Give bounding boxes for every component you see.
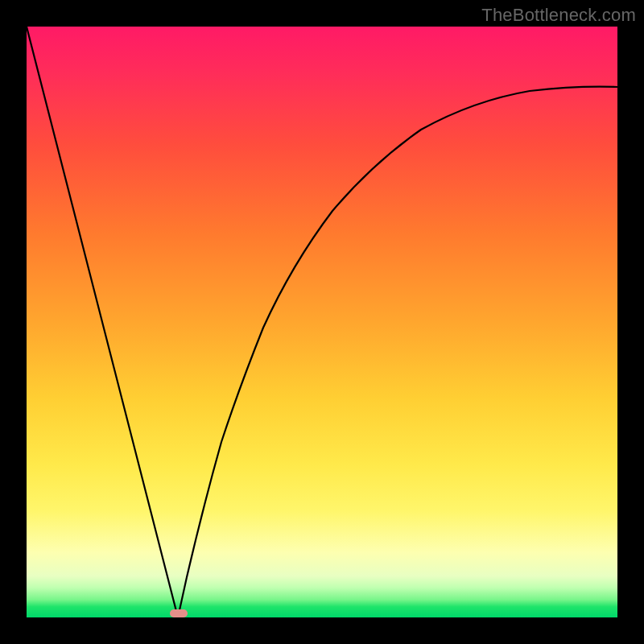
bottleneck-curve [27, 27, 617, 617]
curve-left-branch [27, 27, 178, 617]
valley-marker [170, 609, 188, 617]
plot-area [27, 27, 617, 617]
chart-frame: TheBottleneck.com [0, 0, 644, 644]
watermark-text: TheBottleneck.com [481, 5, 636, 26]
curve-right-branch [178, 87, 617, 617]
